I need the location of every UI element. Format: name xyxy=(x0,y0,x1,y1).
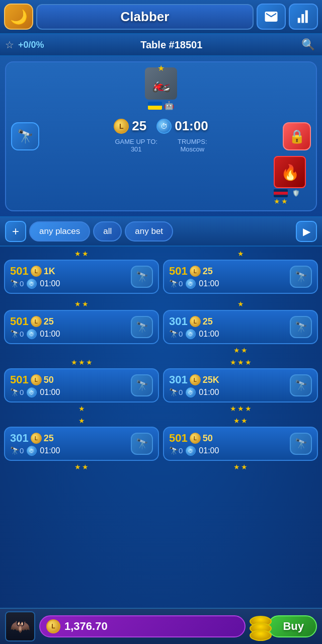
player-top-flags: 🤖 xyxy=(148,101,174,110)
table-card-5[interactable]: 501 L 50 🔭0 ⏱ 01:00 🔭 xyxy=(4,368,159,403)
star: ★ xyxy=(233,417,240,425)
star: ★ xyxy=(237,250,244,258)
table-1-score: 501 xyxy=(10,265,29,278)
app-container: 🌙 Clabber ☆ +0/0% Table #18501 🔍 ★ 🏍️ xyxy=(0,0,322,644)
search-button[interactable]: 🔍 xyxy=(299,36,317,54)
table-card-4[interactable]: 301 L 25 🔭0 ⏱ 01:00 🔭 xyxy=(163,310,318,344)
table-card-wrapper-5: ★ ★ ★ 501 L 50 🔭0 ⏱ 01:00 xyxy=(4,358,159,413)
table-8-score: 501 xyxy=(169,432,188,445)
play-icon: ▶ xyxy=(303,225,310,237)
table-6-row2: 🔭0 ⏱ 01:00 xyxy=(169,387,287,397)
table-1-time: 01:00 xyxy=(40,279,60,288)
player-bottom-stars: ★ ★ xyxy=(274,197,306,205)
table-card-2[interactable]: 501 L 25 🔭0 ⏱ 01:00 🔭 xyxy=(163,260,318,294)
table-7-clock-icon: ⏱ xyxy=(27,446,37,456)
table-8-bet: 50 xyxy=(203,433,213,444)
star: ★ xyxy=(245,405,252,413)
table-card-8[interactable]: 501 L 50 🔭0 ⏱ 01:00 🔭 xyxy=(163,427,318,461)
filter-add-button[interactable]: + xyxy=(5,221,26,242)
table-4-stars-bottom: ★ ★ xyxy=(233,346,248,354)
table-3-binoculars-button[interactable]: 🔭 xyxy=(131,316,153,338)
points-coin-icon: L xyxy=(114,119,129,134)
table-6-binoculars-button[interactable]: 🔭 xyxy=(290,374,312,396)
table-6-viewers: 🔭0 xyxy=(169,388,183,397)
table-4-info: 301 L 25 🔭0 ⏱ 01:00 xyxy=(169,315,287,339)
table-8-binoculars-button[interactable]: 🔭 xyxy=(290,433,312,455)
table-card-wrapper-8: ★ ★ 501 L 50 🔭0 ⏱ 01:00 xyxy=(163,417,318,471)
table-card-7[interactable]: 301 L 25 🔭0 ⏱ 01:00 🔭 xyxy=(4,427,159,461)
table-5-stars-bottom: ★ xyxy=(78,405,85,413)
table-8-clock-icon: ⏱ xyxy=(186,446,196,456)
player-score: +0/0% xyxy=(18,40,44,50)
table-3-score: 501 xyxy=(10,315,29,328)
table-card-wrapper-6: ★ ★ ★ 301 L 25K 🔭0 ⏱ 01:00 xyxy=(163,358,318,413)
table-1-binoculars-button[interactable]: 🔭 xyxy=(131,266,153,288)
player-bottom: 🔥 🛡️ ★ ★ xyxy=(11,156,311,205)
star-1: ★ xyxy=(274,197,280,205)
stats-button[interactable] xyxy=(289,4,318,30)
balance-bar: L 1,376.70 xyxy=(39,615,246,637)
table-6-time: 01:00 xyxy=(199,388,219,397)
table-3-row2: 🔭0 ⏱ 01:00 xyxy=(10,329,128,339)
star: ★ xyxy=(237,405,244,413)
table-7-coin-icon: L xyxy=(31,433,42,444)
trumps-label: TRUMPS: xyxy=(178,138,207,145)
star: ★ xyxy=(82,300,89,308)
table-8-row1: 501 L 50 xyxy=(169,432,287,445)
star: ★ xyxy=(74,250,81,258)
filter-bet-chip[interactable]: any bet xyxy=(125,221,173,242)
trumps: TRUMPS: Moscow xyxy=(178,138,207,153)
table-6-score: 301 xyxy=(169,373,188,386)
balance-amount: 1,376.70 xyxy=(64,620,108,633)
filter-all-chip[interactable]: all xyxy=(93,221,122,242)
filter-play-button[interactable]: ▶ xyxy=(296,221,317,242)
trumps-value: Moscow xyxy=(178,145,207,153)
binoculars-icon: 🔭 xyxy=(136,438,148,450)
table-5-row2: 🔭0 ⏱ 01:00 xyxy=(10,387,128,397)
table-card-1[interactable]: 501 L 1K 🔭0 ⏱ 01:00 🔭 xyxy=(4,260,159,294)
table-2-coin-icon: L xyxy=(190,266,201,277)
table-2-row1: 501 L 25 xyxy=(169,265,287,278)
table-5-viewers: 🔭0 xyxy=(10,388,24,397)
table-3-clock-icon: ⏱ xyxy=(27,329,37,339)
table-card-3[interactable]: 501 L 25 🔭0 ⏱ 01:00 🔭 xyxy=(4,310,159,344)
game-up-to-value: 301 xyxy=(115,145,157,153)
ukraine-flag xyxy=(148,102,162,110)
table-4-score: 301 xyxy=(169,315,188,328)
buy-button[interactable]: Buy xyxy=(268,615,317,637)
table-1-stars-top: ★ ★ xyxy=(74,250,89,258)
table-5-bet: 50 xyxy=(44,375,54,385)
table-7-binoculars-button[interactable]: 🔭 xyxy=(131,433,153,455)
game-stats-row: L 25 ⏱ 01:00 xyxy=(114,118,208,134)
buy-section: Buy xyxy=(250,615,317,637)
table-7-time: 01:00 xyxy=(40,446,60,455)
coin-stack-3 xyxy=(250,630,272,641)
player-bottom-avatar-container: 🔥 🛡️ ★ ★ xyxy=(274,156,306,205)
table-card-wrapper-4: ★ 301 L 25 🔭0 ⏱ 01:00 🔭 xyxy=(163,300,318,354)
binoculars-icon: 🔭 xyxy=(295,379,307,391)
filter-all-label: all xyxy=(103,226,112,236)
table-card-6[interactable]: 301 L 25K 🔭0 ⏱ 01:00 🔭 xyxy=(163,368,318,403)
binoculars-icon: 🔭 xyxy=(136,271,148,283)
table-5-binoculars-button[interactable]: 🔭 xyxy=(131,374,153,396)
mail-button[interactable] xyxy=(257,4,286,30)
filter-places-chip[interactable]: any places xyxy=(29,221,90,242)
table-5-clock-icon: ⏱ xyxy=(27,387,37,397)
table-6-row1: 301 L 25K xyxy=(169,373,287,386)
stats-bar: ☆ +0/0% Table #18501 🔍 xyxy=(0,34,322,56)
dominican-flag xyxy=(274,189,288,197)
table-8-coin-icon: L xyxy=(190,433,201,444)
star: ★ xyxy=(241,417,248,425)
table-2-binoculars-button[interactable]: 🔭 xyxy=(290,266,312,288)
table-2-viewers: 🔭0 xyxy=(169,279,183,288)
table-4-binoculars-button[interactable]: 🔭 xyxy=(290,316,312,338)
buy-label: Buy xyxy=(283,620,304,633)
lock-button[interactable]: 🔒 xyxy=(283,122,311,150)
time-value: 01:00 xyxy=(175,118,208,134)
game-stats-details: GAME UP TO: 301 TRUMPS: Moscow xyxy=(115,138,207,153)
table-1-bet: 1K xyxy=(44,266,55,277)
table-5-time: 01:00 xyxy=(40,388,60,397)
table-card-wrapper-3: ★ ★ 501 L 25 🔭0 ⏱ 01:00 xyxy=(4,300,159,354)
user-avatar[interactable]: 🦇 xyxy=(5,611,35,641)
binoculars-left-button[interactable]: 🔭 xyxy=(11,122,39,150)
